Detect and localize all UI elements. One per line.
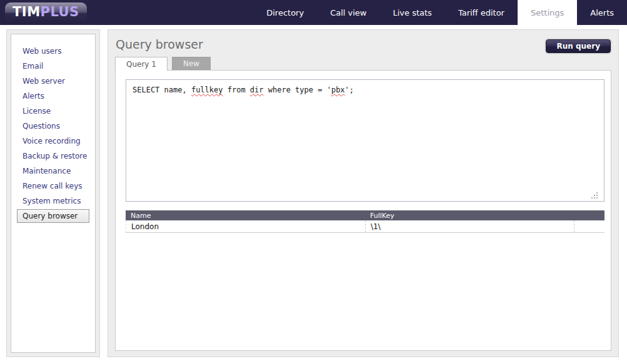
tab-query-1[interactable]: Query 1	[115, 57, 168, 71]
settings-sidebar-panel: Web usersEmailWeb serverAlertsLicenseQue…	[6, 29, 100, 357]
sidebar-item-maintenance[interactable]: Maintenance	[11, 164, 95, 179]
sidebar-item-alerts[interactable]: Alerts	[11, 89, 95, 104]
sidebar-item-renew-call-keys[interactable]: Renew call keys	[11, 179, 95, 194]
sql-query-editor[interactable]: SELECT name, fullkey from dir where type…	[126, 79, 604, 202]
query-tab-content: SELECT name, fullkey from dir where type…	[115, 70, 611, 351]
logo-tim: TIM	[13, 4, 41, 19]
query-text: from	[223, 86, 250, 94]
table-cell: \1\	[365, 220, 574, 232]
logo-plus: PLUS	[41, 4, 79, 19]
query-text: ';	[345, 86, 354, 94]
query-text: SELECT name,	[133, 86, 191, 94]
column-header-fullkey: FullKey	[365, 212, 574, 220]
top-nav-items: DirectoryCall viewLive statsTariff edito…	[253, 0, 627, 25]
main-panel: Query browser Run query Query 1New SELEC…	[108, 29, 619, 357]
settings-sidebar: Web usersEmailWeb serverAlertsLicenseQue…	[11, 34, 96, 353]
misspelled-word: fullkey	[191, 86, 223, 94]
column-header-name: Name	[126, 212, 365, 220]
query-text: where type = '	[264, 86, 331, 94]
query-tabs: Query 1New	[115, 57, 211, 71]
sidebar-item-web-users[interactable]: Web users	[11, 44, 95, 59]
sidebar-item-backup-restore[interactable]: Backup & restore	[11, 149, 95, 164]
sidebar-item-email[interactable]: Email	[11, 59, 95, 74]
nav-item-call-view[interactable]: Call view	[317, 0, 379, 25]
top-nav: TIMPLUS DirectoryCall viewLive statsTari…	[0, 0, 627, 25]
nav-item-tariff-editor[interactable]: Tariff editor	[445, 0, 518, 25]
nav-item-settings[interactable]: Settings	[518, 0, 577, 25]
sidebar-item-query-browser[interactable]: Query browser	[17, 209, 89, 223]
nav-item-live-stats[interactable]: Live stats	[380, 0, 445, 25]
misspelled-word: pbx	[331, 86, 345, 94]
textarea-resize-handle[interactable]	[592, 193, 599, 200]
run-query-button[interactable]: Run query	[546, 39, 611, 53]
results-table-header: NameFullKey	[126, 210, 604, 220]
sidebar-item-web-server[interactable]: Web server	[11, 74, 95, 89]
sidebar-item-system-metrics[interactable]: System metrics	[11, 194, 95, 209]
table-cell	[574, 220, 604, 232]
results-table-body: London\1\	[126, 220, 604, 233]
table-cell: London	[126, 220, 365, 232]
timplus-logo: TIMPLUS	[5, 2, 87, 22]
sidebar-item-questions[interactable]: Questions	[11, 119, 95, 134]
results-table: NameFullKey London\1\	[126, 210, 604, 233]
page-title: Query browser	[116, 37, 203, 51]
table-row[interactable]: London\1\	[126, 220, 604, 233]
misspelled-word: dir	[250, 86, 264, 94]
nav-item-directory[interactable]: Directory	[253, 0, 317, 25]
nav-item-alerts[interactable]: Alerts	[577, 0, 627, 25]
sidebar-item-license[interactable]: License	[11, 104, 95, 119]
sidebar-item-voice-recording[interactable]: Voice recording	[11, 134, 95, 149]
tab-new[interactable]: New	[172, 57, 211, 70]
